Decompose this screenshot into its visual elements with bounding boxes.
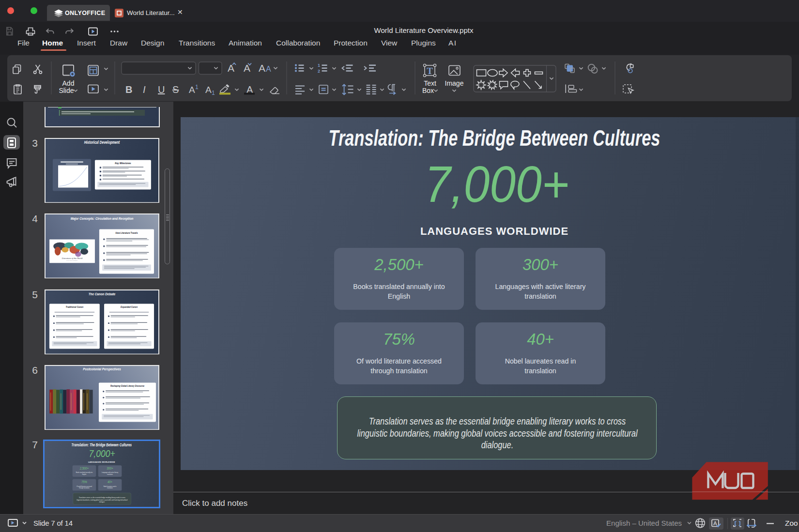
svg-text:Slide: Slide <box>59 87 74 94</box>
svg-text:1: 1 <box>318 63 320 68</box>
svg-text:Zoo: Zoo <box>785 519 798 527</box>
svg-text:BY DAVID DAMROSCH: BY DAVID DAMROSCH <box>67 260 78 261</box>
svg-text:A: A <box>189 85 195 95</box>
svg-text:U: U <box>158 84 165 95</box>
svg-text:A: A <box>205 85 212 95</box>
svg-text:1: 1 <box>212 90 215 96</box>
svg-text:Literature of the World: Literature of the World <box>61 257 83 259</box>
svg-text:A: A <box>259 62 265 74</box>
svg-text:Box: Box <box>422 87 434 94</box>
svg-text:A: A <box>266 65 271 73</box>
svg-text:B: B <box>125 84 132 95</box>
svg-text:Image: Image <box>445 79 464 87</box>
svg-text:T: T <box>427 66 433 76</box>
svg-text:S: S <box>172 84 179 95</box>
svg-text:English – United States: English – United States <box>606 519 682 527</box>
svg-text:Text: Text <box>424 79 436 87</box>
svg-text:Add: Add <box>62 79 75 87</box>
svg-text:Slide 7 of 14: Slide 7 of 14 <box>33 519 73 527</box>
svg-text:2: 2 <box>318 69 320 74</box>
svg-text:1: 1 <box>195 84 199 91</box>
svg-text:I: I <box>143 84 146 95</box>
